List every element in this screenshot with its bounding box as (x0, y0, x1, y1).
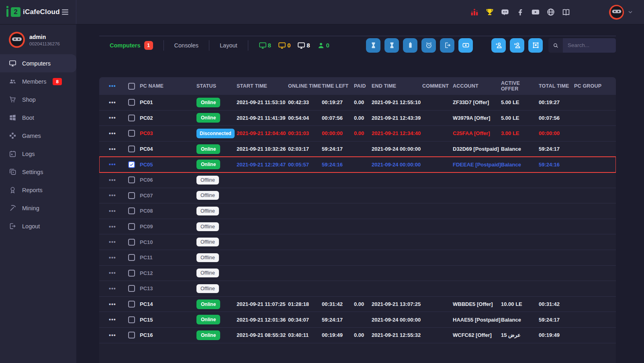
row-checkbox[interactable] (128, 130, 135, 137)
row-checkbox[interactable] (128, 99, 135, 106)
tab-consoles[interactable]: Consoles (164, 36, 209, 54)
sidebar-item-members[interactable]: Members8 (0, 72, 76, 90)
table-row[interactable]: •••PC04Online2021-09-21 10:32:2602:03:17… (99, 142, 616, 157)
cell-active-offer: 5.00 LE (501, 99, 539, 105)
row-menu-icon[interactable]: ••• (109, 255, 128, 260)
signout-icon (444, 41, 451, 49)
book-icon[interactable] (562, 8, 570, 16)
table-row[interactable]: •••PC08Offline (99, 203, 616, 219)
main-content: Computers1ConsolesLayout 8080 •••PC NAME… (76, 25, 644, 363)
globe-icon[interactable] (546, 8, 555, 16)
table-row[interactable]: •••PC13Offline (99, 281, 616, 297)
table-row[interactable]: •••PC15Online2021-09-21 12:01:3600:34:07… (99, 312, 616, 328)
row-menu-icon[interactable]: ••• (109, 224, 128, 230)
sidebar-item-settings[interactable]: Settings (0, 163, 76, 181)
row-menu-icon[interactable]: ••• (109, 286, 128, 291)
row-menu-icon[interactable]: ••• (109, 146, 128, 152)
sidebar-item-logs[interactable]: Logs (0, 145, 76, 163)
hourglass-2-button[interactable] (384, 38, 399, 53)
column-header: ACTIVE OFFER (501, 80, 539, 92)
row-checkbox[interactable] (128, 192, 135, 199)
youtube-icon[interactable] (531, 8, 540, 16)
sidebar-item-shop[interactable]: Shop (0, 90, 76, 109)
sidebar-item-computers[interactable]: Computers (0, 54, 76, 72)
discord-icon[interactable] (501, 8, 509, 16)
table-row[interactable]: •••PC07Offline (99, 188, 616, 204)
row-checkbox[interactable] (128, 207, 135, 214)
row-menu-icon[interactable]: ••• (109, 317, 128, 322)
row-menu-icon[interactable]: ••• (109, 177, 128, 183)
row-menu-icon[interactable]: ••• (109, 239, 128, 245)
row-menu-icon[interactable]: ••• (109, 301, 128, 307)
row-checkbox[interactable] (128, 270, 135, 277)
row-checkbox[interactable] (128, 285, 135, 292)
hourglass-1-button[interactable] (366, 38, 380, 53)
tab-computers[interactable]: Computers1 (99, 36, 164, 54)
cell-total-time: 00:00:00 (539, 130, 574, 136)
row-checkbox[interactable] (128, 176, 135, 183)
sidebar-item-boot[interactable]: Boot (0, 109, 76, 127)
profile-avatar (9, 32, 25, 48)
sidebar-item-mining[interactable]: Mining (0, 199, 76, 217)
sidebar-item-reports[interactable]: Reports (0, 181, 76, 199)
header-menu-icon[interactable]: ••• (109, 83, 128, 89)
status-badge: Online (196, 144, 220, 154)
row-menu-icon[interactable]: ••• (109, 332, 128, 338)
table-row[interactable]: •••PC01Online2021-09-21 11:53:1000:42:33… (99, 95, 616, 111)
row-checkbox[interactable] (128, 146, 135, 152)
row-menu-icon[interactable]: ••• (109, 208, 128, 214)
status-badge: Offline (196, 253, 219, 262)
table-row[interactable]: •••PC11Offline (99, 250, 616, 266)
hourglass-icon (370, 41, 377, 49)
row-checkbox[interactable] (128, 223, 135, 230)
sidebar-item-label: Reports (22, 187, 43, 193)
ranking-icon[interactable] (470, 8, 479, 16)
alarm-button[interactable] (421, 38, 436, 53)
table-row[interactable]: •••PC02Online2021-09-21 11:41:3900:54:04… (99, 111, 616, 126)
battery-button[interactable] (403, 38, 417, 53)
chevron-down-icon (627, 9, 634, 15)
search-input[interactable] (563, 38, 616, 53)
table-row[interactable]: •••PC12Offline (99, 266, 616, 281)
row-menu-icon[interactable]: ••• (109, 100, 128, 105)
user-add-button[interactable] (510, 38, 524, 53)
battery-icon (407, 41, 414, 49)
row-checkbox[interactable] (128, 332, 135, 338)
user-menu[interactable] (609, 5, 634, 20)
table-row[interactable]: •••PC03Disconnected2021-09-21 12:04:4000… (99, 126, 616, 142)
user-avatar[interactable] (609, 5, 624, 20)
menu-toggle-icon[interactable] (61, 8, 70, 16)
row-checkbox[interactable] (128, 301, 135, 308)
row-menu-icon[interactable]: ••• (109, 115, 128, 121)
cell-active-offer: Balance (501, 146, 539, 152)
table-row[interactable]: •••PC10Offline (99, 234, 616, 250)
table-row[interactable]: •••PC05Online2021-09-21 12:29:4700:05:57… (99, 157, 616, 172)
row-menu-icon[interactable]: ••• (109, 131, 128, 136)
row-menu-icon[interactable]: ••• (109, 162, 128, 167)
table-row[interactable]: •••PC14Online2021-09-21 11:07:2501:28:18… (99, 297, 616, 312)
table-row[interactable]: •••PC09Offline (99, 219, 616, 235)
cell-account: HAAE55 [Postpaid] (453, 317, 501, 323)
row-checkbox[interactable] (128, 239, 135, 246)
sign-out-button[interactable] (440, 38, 454, 53)
row-checkbox[interactable] (128, 316, 135, 323)
logo-i-icon (6, 9, 8, 17)
tab-layout[interactable]: Layout (209, 36, 248, 54)
layout-frame-button[interactable] (528, 38, 543, 53)
trophy-icon[interactable] (485, 8, 494, 16)
row-checkbox[interactable] (128, 254, 135, 261)
sidebar-item-games[interactable]: Games (0, 127, 76, 145)
row-menu-icon[interactable]: ••• (109, 270, 128, 276)
row-checkbox[interactable] (128, 115, 135, 121)
column-header: TIME LEFT (322, 83, 354, 89)
select-all-checkbox[interactable] (128, 83, 135, 90)
row-menu-icon[interactable]: ••• (109, 193, 128, 198)
table-row[interactable]: •••PC16Online2021-09-21 08:55:3203:40:11… (99, 328, 616, 343)
table-row[interactable]: •••PC06Offline (99, 172, 616, 188)
user-star-button[interactable] (491, 38, 506, 53)
column-header: STATUS (196, 83, 237, 89)
row-checkbox[interactable] (128, 161, 135, 168)
facebook-icon[interactable] (516, 8, 525, 16)
sidebar-item-logout[interactable]: Logout (0, 217, 76, 235)
cash-button[interactable] (458, 38, 473, 53)
